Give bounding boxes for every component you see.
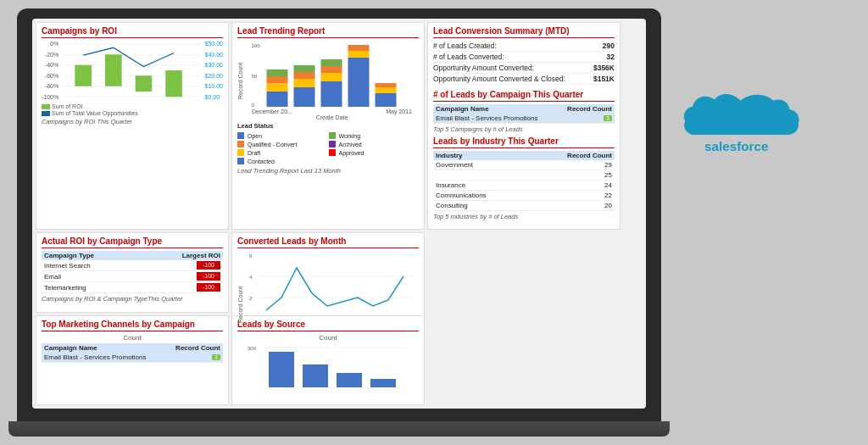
- svg-rect-54: [269, 352, 294, 387]
- actual-roi-value-0: -100: [197, 261, 220, 270]
- campaigns-roi-legend: Sum of ROI Sum of Total Value Opportunit…: [42, 103, 223, 116]
- svg-rect-30: [348, 51, 370, 58]
- actual-roi-row-0: Internet Search -100: [42, 260, 223, 271]
- x-label-end: May 2011: [386, 108, 412, 114]
- svg-rect-20: [267, 70, 288, 76]
- svg-text:50: 50: [252, 74, 258, 79]
- conversion-row-0: # of Leads Created: 290: [433, 41, 615, 52]
- actual-roi-subtitle: Campaigns by ROI & Campaign TypeThis Qua…: [42, 295, 223, 303]
- campaigns-roi-chart: Email Blast Email Marks Search Eng. Tech…: [64, 41, 199, 100]
- leads-industry-count-0: 29: [604, 161, 612, 169]
- actual-roi-row-2: Telemarketing -100: [42, 282, 223, 293]
- top-marketing-y-label: Count: [42, 334, 223, 342]
- svg-text:0: 0: [252, 103, 255, 108]
- conversion-label-1: # of Leads Converted:: [433, 53, 504, 61]
- y-axis-label: Record Count: [237, 41, 243, 120]
- top-marketing-count-0: 3: [212, 354, 220, 360]
- panel-lead-trending: Lead Trending Report Record Count 100 50…: [231, 22, 425, 230]
- x-label-start: December 20...: [252, 108, 292, 114]
- leads-campaign-header: Campaign Name Record Count: [433, 104, 615, 114]
- svg-rect-57: [370, 379, 396, 387]
- legend-value-label: Sum of Total Value Opportunities: [52, 110, 138, 116]
- lead-trending-subtitle: Lead Trending Report Last 13 Month: [237, 167, 419, 175]
- svg-rect-33: [376, 87, 397, 93]
- leads-industry-count-4: 20: [604, 202, 612, 209]
- svg-rect-26: [321, 73, 342, 81]
- leads-campaign-row-0: Email Blast - Services Promotions 3: [433, 114, 615, 124]
- actual-roi-title: Actual ROI by Campaign Type: [42, 236, 223, 248]
- panel-campaigns-roi: Campaigns by ROI 0% -20% -40% -60% -80% …: [36, 22, 229, 230]
- x-labels: December 20... May 2011: [245, 108, 419, 114]
- y-axis-right: $50.00 $40.00 $30.00 $20.00 $10.00 $0.00: [203, 41, 223, 100]
- converted-y-label: Record Count: [237, 251, 243, 359]
- svg-rect-7: [105, 54, 122, 86]
- lead-conversion-title: Lead Conversion Summary (MTD): [433, 26, 615, 38]
- actual-roi-name-1: Email: [44, 273, 61, 281]
- salesforce-cloud-svg: salesforce: [682, 89, 800, 165]
- stacked-bar-area: 100 50 0: [245, 41, 419, 120]
- stacked-bars: 100 50 0: [245, 41, 419, 108]
- svg-rect-24: [294, 65, 315, 72]
- campaigns-roi-subtitle: Campaigns by ROI This Quarter: [42, 118, 223, 125]
- svg-rect-25: [321, 81, 342, 107]
- lead-trending-svg: 100 50 0: [248, 41, 415, 108]
- dashboard: Campaigns by ROI 0% -20% -40% -60% -80% …: [32, 19, 646, 409]
- top-marketing-name-0: Email Blast - Services Promotions: [44, 353, 146, 361]
- salesforce-logo-area: salesforce: [665, 68, 817, 186]
- top-marketing-title: Top Marketing Channels by Campaign: [42, 320, 223, 331]
- svg-text:300: 300: [248, 346, 257, 351]
- svg-text:6: 6: [249, 253, 253, 259]
- actual-roi-value-1: -100: [197, 272, 220, 281]
- legend-roi-color: [42, 104, 50, 109]
- leads-campaign-col1: Campaign Name: [436, 105, 489, 113]
- leads-industry-row-2: Insurance 24: [433, 181, 615, 191]
- leads-campaign-col2: Record Count: [567, 105, 612, 113]
- conversion-row-1: # of Leads Converted: 32: [433, 52, 615, 63]
- svg-rect-9: [165, 70, 182, 97]
- svg-rect-8: [136, 75, 153, 92]
- lead-trending-chart-area: Record Count 100 50 0: [237, 41, 419, 120]
- svg-rect-23: [294, 72, 315, 79]
- leads-industry-name-2: Insurance: [436, 181, 465, 189]
- leads-industry-count-3: 22: [604, 192, 612, 199]
- svg-rect-28: [321, 59, 342, 66]
- lead-trending-title: Lead Trending Report: [237, 26, 419, 38]
- leads-source-title: Leads by Source: [237, 320, 419, 331]
- conversion-value-1: 32: [607, 53, 615, 61]
- leads-industry-section: Leads by Industry This Quarter Industry …: [433, 136, 615, 220]
- leads-campaign-title: # of Leads by Campaign This Quarter: [433, 90, 615, 102]
- leads-industry-row-3: Communications 22: [433, 191, 615, 201]
- svg-rect-34: [376, 83, 397, 87]
- campaigns-roi-title: Campaigns by ROI: [42, 26, 223, 38]
- laptop-base: [8, 421, 670, 437]
- svg-rect-18: [267, 83, 288, 92]
- actual-roi-header: Campaign Type Largest ROI: [42, 251, 223, 260]
- conversion-label-2: Opportunity Amount Converted:: [433, 64, 534, 72]
- actual-roi-col2: Largest ROI: [182, 252, 220, 259]
- svg-rect-21: [294, 87, 315, 107]
- svg-rect-19: [267, 76, 288, 83]
- laptop-screen: Campaigns by ROI 0% -20% -40% -60% -80% …: [32, 19, 646, 409]
- leads-industry-footer: Top 5 Industries by # of Leads: [433, 213, 615, 220]
- leads-industry-col2: Record Count: [567, 152, 612, 159]
- svg-rect-55: [303, 364, 328, 387]
- svg-rect-31: [348, 45, 370, 51]
- lead-status-legend: Open Working Qualified - Convert Archive…: [237, 132, 419, 165]
- leads-source-y-label: Count: [237, 334, 419, 342]
- svg-rect-22: [294, 79, 315, 87]
- legend-roi-label: Sum of ROI: [52, 103, 83, 109]
- leads-industry-name-0: Government: [436, 161, 473, 169]
- panel-lead-conversion: Lead Conversion Summary (MTD) # of Leads…: [427, 22, 620, 230]
- svg-rect-29: [348, 58, 370, 107]
- leads-campaign-footer: Top 5 Campaigns by # of Leads: [433, 125, 615, 133]
- conversion-row-3: Opportunity Amount Converted & Closed: $…: [433, 74, 615, 85]
- panel-actual-roi: Actual ROI by Campaign Type Campaign Typ…: [36, 232, 229, 312]
- conversion-value-0: 290: [603, 42, 615, 50]
- converted-leads-title: Converted Leads by Month: [237, 236, 419, 248]
- svg-rect-6: [75, 65, 92, 86]
- conversion-value-3: $151K: [593, 75, 615, 83]
- conversion-value-2: $356K: [593, 64, 615, 72]
- y-axis-left: 0% -20% -40% -60% -80% -100%: [42, 41, 60, 100]
- svg-text:2: 2: [249, 296, 253, 301]
- leads-campaign-name-0: Email Blast - Services Promotions: [436, 114, 537, 122]
